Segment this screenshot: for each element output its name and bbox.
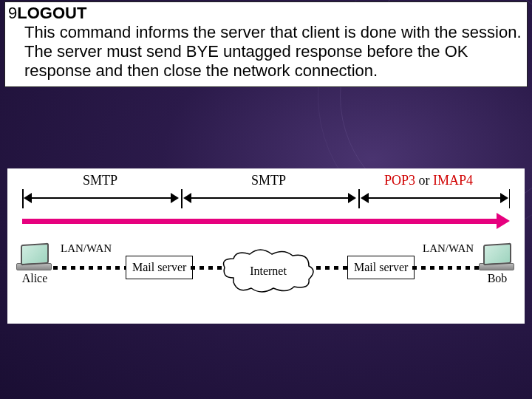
arrow-segment-3 xyxy=(361,192,508,204)
alice-laptop-icon: Alice xyxy=(16,244,53,285)
email-flow-diagram: SMTP SMTP POP3 or IMAP4 Alice LAN/WAN Ma… xyxy=(7,168,525,324)
command-title: LOGOUT xyxy=(17,4,86,22)
protocol-imap4: IMAP4 xyxy=(433,173,473,188)
protocol-or: or xyxy=(415,173,433,188)
link-3 xyxy=(316,266,347,270)
lanwan-label-1: LAN/WAN xyxy=(61,242,112,255)
mail-server-1: Mail server xyxy=(126,256,193,279)
flow-arrow xyxy=(22,219,498,224)
protocol-pop3: POP3 xyxy=(384,173,415,188)
link-1 xyxy=(53,266,126,270)
arrow-segment-1 xyxy=(24,192,179,204)
link-2 xyxy=(191,266,222,270)
bob-label: Bob xyxy=(479,272,516,285)
internet-cloud-icon: Internet xyxy=(220,248,316,294)
bob-laptop-icon: Bob xyxy=(479,244,516,285)
lanwan-label-2: LAN/WAN xyxy=(423,242,474,255)
protocol-smtp-2: SMTP xyxy=(251,173,286,188)
command-description: This command informs the server that cli… xyxy=(24,23,524,81)
content-frame: 9LOGOUT This command informs the server … xyxy=(4,1,528,87)
protocol-smtp-1: SMTP xyxy=(83,173,117,188)
arrow-segment-2 xyxy=(183,192,356,204)
item-number: 9 xyxy=(8,4,17,23)
protocol-row: SMTP SMTP POP3 or IMAP4 xyxy=(22,173,510,194)
alice-label: Alice xyxy=(16,272,53,285)
internet-label: Internet xyxy=(220,265,316,278)
mail-server-2: Mail server xyxy=(347,256,415,279)
link-4 xyxy=(412,266,485,270)
flow-arrow-head xyxy=(497,213,510,229)
